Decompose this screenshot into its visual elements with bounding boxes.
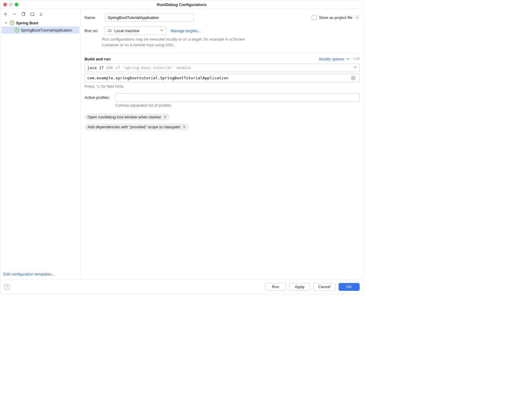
name-label: Name:: [84, 15, 101, 20]
close-icon[interactable]: [163, 115, 167, 119]
config-tree: Spring Boot SpringBootTutorialApplicatio…: [2, 19, 79, 270]
store-as-file-checkbox[interactable]: [312, 15, 317, 20]
modify-options-shortcut: ⌥M: [352, 57, 360, 61]
svg-point-5: [357, 17, 358, 18]
active-profiles-hint: Comma separated list of profiles: [84, 103, 360, 108]
build-run-title: Build and run: [84, 57, 111, 61]
chevron-down-icon: [353, 65, 357, 70]
chip-label: Add dependencies with "provided" scope t…: [88, 125, 180, 129]
footer-bar: ? Run Apply Cancel OK: [0, 279, 363, 294]
details-panel: Name: Store as project file Run on: Loc: [81, 9, 363, 279]
help-icon[interactable]: ?: [4, 284, 10, 290]
tree-category-spring-boot[interactable]: Spring Boot: [2, 19, 79, 26]
run-on-hint: Run configurations may be executed local…: [84, 37, 253, 48]
tree-item-springboottutorialapplication[interactable]: SpringBootTutorialApplication: [2, 26, 79, 34]
springboot-icon: [9, 20, 15, 26]
chip-open-tool-window[interactable]: Open run/debug tool window when started: [84, 114, 170, 120]
copy-config-icon[interactable]: [21, 11, 26, 17]
run-on-row: Run on: Local machine Manage targets...: [84, 25, 360, 36]
chevron-down-icon: [4, 21, 8, 25]
store-as-file-label: Store as project file: [319, 15, 352, 20]
remove-config-icon[interactable]: [12, 11, 17, 17]
window-title: Run/Debug Configurations: [0, 2, 363, 7]
main-split: az Spring Boot SpringBootTutorialApplica…: [0, 9, 363, 279]
sdk-value: java 17: [87, 65, 104, 70]
cancel-button[interactable]: Cancel: [313, 283, 336, 291]
sdk-select[interactable]: java 17 SDK of 'spring-boot-tutorial' mo…: [84, 64, 360, 72]
sidebar: az Spring Boot SpringBootTutorialApplica…: [0, 9, 81, 279]
option-chips: Open run/debug tool window when started …: [84, 114, 360, 130]
build-run-header: Build and run Modify options ⌥M: [84, 57, 360, 61]
tree-category-label: Spring Boot: [16, 21, 38, 25]
list-icon[interactable]: [351, 76, 356, 81]
save-config-icon[interactable]: [30, 11, 35, 17]
maximize-window-button[interactable]: [15, 3, 18, 6]
section-divider: [84, 53, 360, 53]
name-field[interactable]: [105, 13, 194, 22]
add-config-icon[interactable]: [3, 11, 8, 17]
sort-config-icon[interactable]: az: [39, 11, 44, 17]
ok-button[interactable]: OK: [339, 283, 360, 291]
svg-rect-0: [22, 13, 24, 16]
chip-label: Open run/debug tool window when started: [88, 115, 161, 119]
active-profiles-input[interactable]: [118, 95, 357, 100]
chevron-down-icon: [160, 29, 164, 33]
minimize-window-button[interactable]: [9, 3, 13, 6]
apply-button[interactable]: Apply: [289, 283, 310, 291]
store-as-file-group: Store as project file: [312, 15, 360, 20]
main-class-input[interactable]: [87, 76, 352, 80]
main-class-row: [84, 74, 360, 82]
close-window-button[interactable]: [3, 3, 7, 6]
run-on-value: Local machine: [114, 29, 140, 33]
main-class-field[interactable]: [84, 74, 360, 82]
springboot-icon: [14, 27, 20, 33]
active-profiles-field[interactable]: [115, 93, 360, 102]
run-on-label: Run on:: [84, 29, 101, 33]
titlebar: Run/Debug Configurations: [0, 0, 363, 9]
close-icon[interactable]: [183, 125, 186, 129]
home-icon: [108, 28, 112, 33]
sidebar-toolbar: az: [2, 11, 79, 19]
name-input[interactable]: [108, 15, 191, 20]
edit-templates-link[interactable]: Edit configuration templates...: [2, 270, 79, 277]
active-profiles-row: Active profiles:: [84, 93, 360, 102]
svg-text:z: z: [42, 14, 43, 16]
chevron-down-icon: [346, 57, 350, 61]
manage-targets-link[interactable]: Manage targets...: [170, 29, 201, 33]
gear-icon[interactable]: [355, 15, 360, 20]
field-hints-text: Press ⌥ for field hints: [84, 84, 360, 89]
active-profiles-label: Active profiles:: [84, 95, 112, 100]
window-controls: [3, 3, 18, 6]
run-button[interactable]: Run: [265, 283, 286, 291]
tree-item-label: SpringBootTutorialApplication: [21, 28, 72, 32]
sdk-hint: SDK of 'spring-boot-tutorial' module: [106, 65, 191, 70]
run-on-select[interactable]: Local machine: [105, 26, 166, 35]
chip-add-provided-deps[interactable]: Add dependencies with "provided" scope t…: [84, 123, 189, 130]
modify-options-link[interactable]: Modify options: [319, 57, 350, 61]
name-row: Name: Store as project file: [84, 12, 360, 23]
